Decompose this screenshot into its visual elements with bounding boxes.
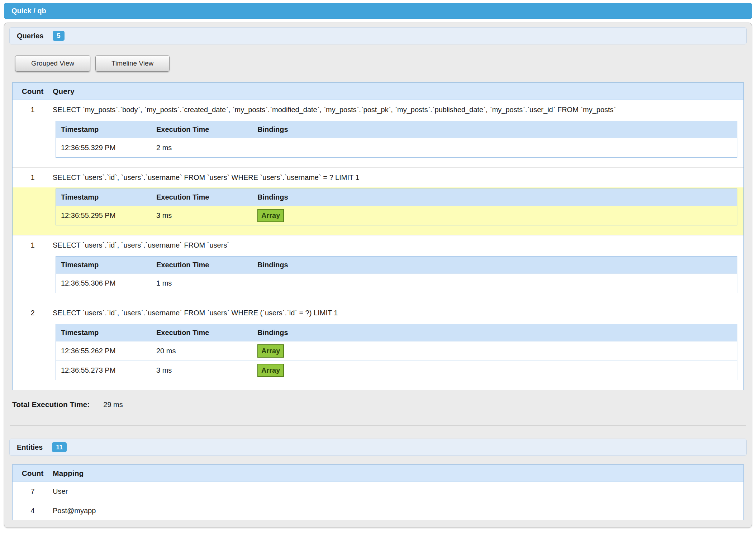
execution-time-value: 2 ms	[156, 144, 257, 152]
queries-section-title: Queries	[17, 32, 43, 40]
execution-table: Timestamp Execution Time Bindings 12:36:…	[56, 324, 737, 380]
entity-row: 4 Post@myapp	[13, 501, 743, 520]
query-count: 1	[13, 106, 53, 114]
array-bindings-button[interactable]: Array	[257, 344, 284, 358]
count-column-header: Count	[13, 87, 53, 96]
total-execution-time: Total Execution Time: 29 ms	[12, 400, 747, 412]
execution-row: 12:36:55.262 PM 20 ms Array	[56, 341, 737, 360]
queries-count-badge: 5	[53, 31, 64, 41]
count-column-header: Count	[13, 469, 53, 478]
bindings-column-header: Bindings	[257, 329, 737, 337]
total-execution-time-label: Total Execution Time:	[12, 400, 90, 409]
entity-mapping: User	[53, 487, 743, 496]
query-detail-highlighted: Timestamp Execution Time Bindings 12:36:…	[13, 187, 743, 235]
entities-table-header: Count Mapping	[13, 465, 743, 482]
execution-row: 12:36:55.295 PM 3 ms Array	[56, 206, 737, 225]
query-column-header: Query	[53, 87, 743, 96]
execution-table-header: Timestamp Execution Time Bindings	[56, 324, 737, 341]
bindings-column-header: Bindings	[257, 125, 737, 134]
query-row: 1 SELECT `users`.`id`, `users`.`username…	[13, 235, 743, 303]
execution-table: Timestamp Execution Time Bindings 12:36:…	[56, 121, 737, 158]
execution-time-column-header: Execution Time	[156, 125, 257, 134]
query-sql: SELECT `my_posts`.`body`, `my_posts`.`cr…	[53, 106, 743, 114]
section-divider	[10, 425, 746, 426]
entities-section-header: Entities 11	[9, 439, 747, 456]
entity-row: 7 User	[13, 482, 743, 501]
execution-time-column-header: Execution Time	[156, 193, 257, 201]
timestamp-value: 12:36:55.306 PM	[56, 279, 156, 287]
execution-row: 12:36:55.306 PM 1 ms	[56, 273, 737, 293]
query-row: 1 SELECT `users`.`id`, `users`.`username…	[13, 167, 743, 235]
entities-count-badge: 11	[52, 442, 67, 452]
timestamp-column-header: Timestamp	[56, 193, 156, 201]
query-summary-row: 2 SELECT `users`.`id`, `users`.`username…	[13, 303, 743, 323]
execution-table-header: Timestamp Execution Time Bindings	[56, 189, 737, 206]
page: Quick / qb Queries 5 Grouped View Timeli…	[0, 0, 756, 533]
query-sql: SELECT `users`.`id`, `users`.`username` …	[53, 173, 743, 182]
execution-table-header: Timestamp Execution Time Bindings	[56, 257, 737, 273]
view-toggle-group: Grouped View Timeline View	[15, 55, 747, 72]
query-summary-row: 1 SELECT `users`.`id`, `users`.`username…	[13, 168, 743, 187]
query-detail: Timestamp Execution Time Bindings 12:36:…	[13, 255, 743, 303]
timestamp-column-header: Timestamp	[56, 261, 156, 269]
execution-time-column-header: Execution Time	[156, 261, 257, 269]
timestamp-column-header: Timestamp	[56, 125, 156, 134]
queries-table: Count Query 1 SELECT `my_posts`.`body`, …	[12, 82, 744, 390]
timestamp-value: 12:36:55.295 PM	[56, 211, 156, 220]
array-bindings-button[interactable]: Array	[257, 209, 284, 222]
query-summary-row: 1 SELECT `users`.`id`, `users`.`username…	[13, 235, 743, 255]
execution-row: 12:36:55.329 PM 2 ms	[56, 138, 737, 157]
timestamp-value: 12:36:55.329 PM	[56, 144, 156, 152]
timestamp-value: 12:36:55.273 PM	[56, 366, 156, 374]
execution-time-column-header: Execution Time	[156, 329, 257, 337]
entity-count: 4	[13, 507, 53, 515]
top-title-bar: Quick / qb	[4, 3, 752, 19]
timestamp-column-header: Timestamp	[56, 329, 156, 337]
execution-time-value: 3 ms	[156, 366, 257, 374]
execution-time-value: 3 ms	[156, 211, 257, 220]
execution-row: 12:36:55.273 PM 3 ms Array	[56, 360, 737, 380]
bindings-cell: Array	[257, 364, 737, 377]
query-summary-row: 1 SELECT `my_posts`.`body`, `my_posts`.`…	[13, 100, 743, 120]
query-row: 2 SELECT `users`.`id`, `users`.`username…	[13, 303, 743, 390]
bindings-cell: Array	[257, 344, 737, 358]
bindings-column-header: Bindings	[257, 193, 737, 201]
query-count: 2	[13, 309, 53, 317]
query-detail: Timestamp Execution Time Bindings 12:36:…	[13, 120, 743, 167]
debug-panel: Queries 5 Grouped View Timeline View Cou…	[4, 23, 752, 528]
query-detail: Timestamp Execution Time Bindings 12:36:…	[13, 323, 743, 390]
array-bindings-button[interactable]: Array	[257, 364, 284, 377]
query-sql: SELECT `users`.`id`, `users`.`username` …	[53, 241, 743, 249]
queries-table-header: Count Query	[13, 83, 743, 100]
entities-section-title: Entities	[17, 443, 43, 452]
total-execution-time-value: 29 ms	[103, 401, 123, 409]
grouped-view-button[interactable]: Grouped View	[15, 55, 90, 72]
bindings-cell: Array	[257, 209, 737, 222]
mapping-column-header: Mapping	[53, 469, 743, 478]
timestamp-value: 12:36:55.262 PM	[56, 347, 156, 355]
query-count: 1	[13, 241, 53, 249]
execution-table: Timestamp Execution Time Bindings 12:36:…	[56, 188, 737, 225]
execution-table: Timestamp Execution Time Bindings 12:36:…	[56, 256, 737, 293]
query-row: 1 SELECT `my_posts`.`body`, `my_posts`.`…	[13, 100, 743, 167]
entities-table: Count Mapping 7 User 4 Post@myapp	[12, 464, 744, 520]
timeline-view-button[interactable]: Timeline View	[95, 55, 170, 72]
bindings-column-header: Bindings	[257, 261, 737, 269]
page-title: Quick / qb	[11, 7, 46, 15]
entity-count: 7	[13, 487, 53, 496]
execution-time-value: 1 ms	[156, 279, 257, 287]
query-sql: SELECT `users`.`id`, `users`.`username` …	[53, 309, 743, 317]
execution-time-value: 20 ms	[156, 347, 257, 355]
query-count: 1	[13, 173, 53, 182]
entity-mapping: Post@myapp	[53, 507, 743, 515]
queries-section-header: Queries 5	[9, 27, 747, 44]
execution-table-header: Timestamp Execution Time Bindings	[56, 121, 737, 138]
